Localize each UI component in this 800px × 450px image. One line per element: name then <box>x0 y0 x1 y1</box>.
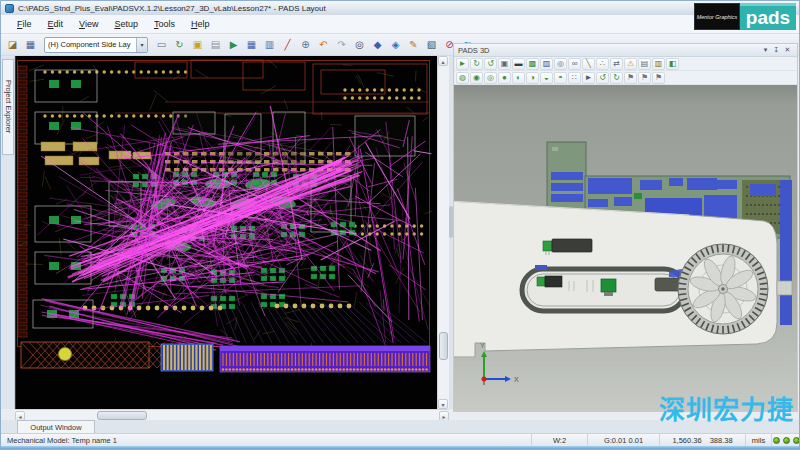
display-colors-icon[interactable]: ▥ <box>261 36 278 53</box>
view-isometric-icon[interactable]: ◍ <box>456 72 469 84</box>
scroll-down-icon[interactable]: ▾ <box>438 399 448 409</box>
grid-dots-icon[interactable]: ∷ <box>568 72 581 84</box>
export-model-icon[interactable]: ◧ <box>666 58 679 70</box>
pcb-design-graphic <box>15 56 437 409</box>
menu-item-help[interactable]: Help <box>183 17 218 31</box>
pointer-icon[interactable]: ► <box>582 72 595 84</box>
title-bar[interactable]: C:\PADS_Stnd_Plus_Eval\PADSVX.1.2\Lesson… <box>1 1 800 15</box>
view-left-icon[interactable]: ◒ <box>540 72 553 84</box>
status-coordinates: 1,560.36 388.38 <box>659 434 745 446</box>
flip-board-icon[interactable]: ⇄ <box>610 58 623 70</box>
rotate-right-icon[interactable]: ↻ <box>610 72 623 84</box>
enclosure-icon[interactable]: ▬ <box>512 58 525 70</box>
redo-icon[interactable]: ↷ <box>333 36 350 53</box>
view-right-icon[interactable]: ◓ <box>554 72 567 84</box>
status-coord-y: 388.38 <box>710 436 733 445</box>
status-indicator[interactable] <box>773 437 780 444</box>
status-mechanical-model: Mechanical Model: Temp name 1 <box>1 436 531 445</box>
side-tab <box>777 281 792 295</box>
enclosure-shadow <box>454 357 784 361</box>
save-icon[interactable]: ▦ <box>22 36 39 53</box>
pads-3d-toolbar-2: ◍◉◎●◐◑◒◓∷►↺↻⚑⚑⚑ <box>454 71 797 85</box>
copy-view-icon[interactable]: ▥ <box>652 58 665 70</box>
panel-pin-icon[interactable]: ↧ <box>771 46 782 54</box>
output-window-tab[interactable]: Output Window <box>17 420 95 433</box>
zoom-icon[interactable]: ◎ <box>351 36 368 53</box>
menu-item-setup[interactable]: Setup <box>106 17 146 31</box>
board-icon[interactable]: ▣ <box>498 58 511 70</box>
pads-3d-panel: PADS 3D ▾↧✕ ►↻↺▣▬▩▨◎∞╲∴⇄⚠▤▥◧ ◍◉◎●◐◑◒◓∷►↺… <box>453 43 798 412</box>
redraw-icon[interactable]: ↻ <box>171 36 188 53</box>
view-front-icon[interactable]: ◐ <box>512 72 525 84</box>
markup-icon[interactable]: ∴ <box>596 58 609 70</box>
verify-design-icon[interactable]: ◈ <box>387 36 404 53</box>
properties-icon[interactable]: ▭ <box>153 36 170 53</box>
menu-item-file[interactable]: File <box>9 17 40 31</box>
origin-icon[interactable]: ⊕ <box>297 36 314 53</box>
grid-icon[interactable]: ▦ <box>243 36 260 53</box>
3d-scene: Y X <box>454 85 797 411</box>
app-icon <box>5 4 14 13</box>
3d-fan <box>678 244 768 334</box>
undo-icon[interactable]: ↶ <box>315 36 332 53</box>
panel-menu-icon[interactable]: ▾ <box>760 46 771 54</box>
layer-select-value: (H) Component Side Lay <box>48 40 131 49</box>
menu-bar: FileEditViewSetupToolsHelp <box>1 15 800 34</box>
vertical-scroll-thumb[interactable] <box>439 332 448 360</box>
pads-logo: pads <box>740 3 796 30</box>
clipboard-icon[interactable]: ▤ <box>207 36 224 53</box>
view-top-icon[interactable]: ◎ <box>484 72 497 84</box>
pads-3d-titlebar[interactable]: PADS 3D ▾↧✕ <box>454 44 797 57</box>
select-icon[interactable]: ► <box>456 58 469 70</box>
status-bar: Mechanical Model: Temp name 1 W:2 G:0.01… <box>1 433 800 446</box>
selection-filter-icon[interactable]: ▣ <box>189 36 206 53</box>
pencil-icon[interactable]: ✎ <box>405 36 422 53</box>
menu-item-view[interactable]: View <box>71 17 106 31</box>
spin-view-icon[interactable]: ↺ <box>484 58 497 70</box>
components-top-icon[interactable]: ▩ <box>526 58 539 70</box>
window-title: C:\PADS_Stnd_Plus_Eval\PADSVX.1.2\Lesson… <box>18 4 326 13</box>
status-width: W:2 <box>531 434 587 446</box>
components-bottom-icon[interactable]: ▨ <box>540 58 553 70</box>
menu-item-tools[interactable]: Tools <box>146 17 183 31</box>
measure-icon[interactable]: ╱ <box>279 36 296 53</box>
layout-canvas[interactable] <box>15 56 437 409</box>
project-explorer-tab[interactable]: Project Explorer <box>2 59 14 155</box>
open-icon[interactable]: ◪ <box>4 36 21 53</box>
3d-viewport[interactable]: Y X <box>454 85 797 411</box>
scroll-up-icon[interactable]: ▴ <box>438 56 448 66</box>
axis-y-label: Y <box>480 342 485 349</box>
rotate-left-icon[interactable]: ↺ <box>596 72 609 84</box>
filter-icon[interactable]: ◆ <box>369 36 386 53</box>
measure-3d-icon[interactable]: ╲ <box>582 58 595 70</box>
rotate-view-icon[interactable]: ↻ <box>470 58 483 70</box>
pan-icon[interactable]: ▶ <box>225 36 242 53</box>
view-bottom-icon[interactable]: ● <box>498 72 511 84</box>
flag-z-icon[interactable]: ⚑ <box>652 72 665 84</box>
search-icon[interactable]: ∞ <box>568 58 581 70</box>
macro-icon[interactable]: ▧ <box>423 36 440 53</box>
status-indicator[interactable] <box>783 437 790 444</box>
pads-3d-toolbar-1: ►↻↺▣▬▩▨◎∞╲∴⇄⚠▤▥◧ <box>454 57 797 71</box>
horizontal-scroll-thumb[interactable] <box>97 411 147 420</box>
collision-warning-icon[interactable]: ⚠ <box>624 58 637 70</box>
mentor-graphics-logo: Mentor Graphics <box>694 3 740 30</box>
left-dock-strip: Project Explorer <box>1 56 15 409</box>
status-indicator[interactable] <box>793 437 800 444</box>
status-units[interactable]: mils <box>745 434 771 446</box>
zoom-area-icon[interactable]: ◎ <box>554 58 567 70</box>
status-grid: G:0.01 0.01 <box>587 434 659 446</box>
view-back-icon[interactable]: ◑ <box>526 72 539 84</box>
flag-x-icon[interactable]: ⚑ <box>624 72 637 84</box>
menu-item-edit[interactable]: Edit <box>40 17 72 31</box>
layer-select-dropdown[interactable]: (H) Component Side Lay ▾ <box>44 37 148 53</box>
panel-close-icon[interactable]: ✕ <box>782 46 793 54</box>
chevron-down-icon[interactable]: ▾ <box>136 38 147 52</box>
snapshot-icon[interactable]: ▤ <box>638 58 651 70</box>
pads-3d-title: PADS 3D <box>458 46 760 55</box>
window-bottom-border <box>1 446 800 450</box>
vertical-scrollbar[interactable]: ▴ ▾ <box>437 56 449 409</box>
flag-y-icon[interactable]: ⚑ <box>638 72 651 84</box>
view-dimetric-icon[interactable]: ◉ <box>470 72 483 84</box>
watermark-text: 深圳宏力捷 <box>659 389 794 426</box>
